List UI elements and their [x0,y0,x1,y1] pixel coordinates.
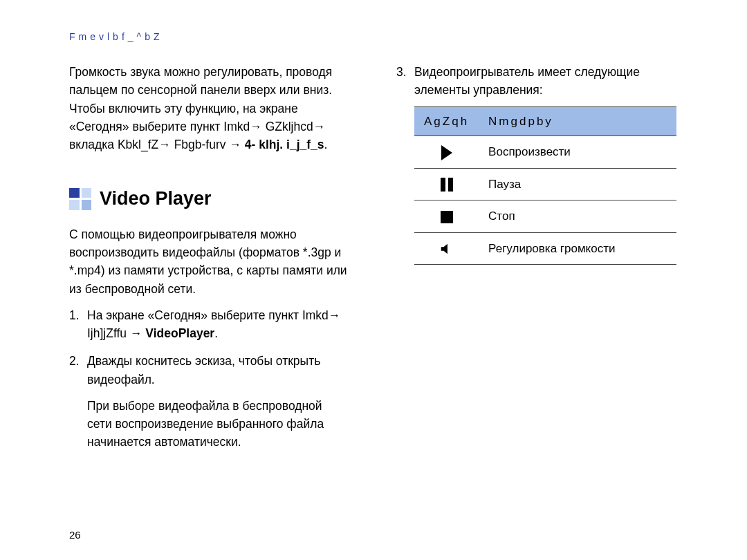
step-1: На экране «Сегодня» выберите пункт Imkd→… [69,306,349,343]
volume-tail: . [324,138,328,151]
col-header-icon: AgZqh [414,106,479,136]
icon-cell [414,168,479,200]
step-2: Дважды коснитесь эскиза, чтобы открыть в… [69,352,349,451]
table-row: Регулировка громкости [414,232,676,265]
label-cell: Стоп [479,200,676,233]
left-column: Громкость звука можно регулировать, пров… [69,63,349,461]
steps-list: На экране «Сегодня» выберите пункт Imkd→… [69,306,349,451]
volume-icon [439,241,454,256]
icon-cell [414,136,479,169]
step-3-text: Видеопроигрыватель имеет следующие элеме… [414,65,640,97]
icon-cell [414,200,479,233]
volume-bold: 4- klhj. i_j_f_s [245,138,324,151]
icon-cell [414,232,479,265]
controls-table: AgZqh Nmgdpby ВоспроизвестиПаузаСтопРегу… [414,106,676,265]
volume-paragraph: Громкость звука можно регулировать, пров… [69,63,349,153]
section-heading: Video Player [69,185,349,213]
right-column: Видеопроигрыватель имеет следующие элеме… [396,63,676,461]
col-header-func: Nmgdpby [479,106,676,136]
page-number: 26 [69,529,81,541]
section-title: Video Player [100,185,212,213]
two-column-layout: Громкость звука можно регулировать, пров… [69,63,685,461]
step-3: Видеопроигрыватель имеет следующие элеме… [396,63,676,265]
running-head: Fmevlbf_^bZ [69,31,685,42]
video-player-intro: С помощью видеопроигрывателя можно воспр… [69,225,349,298]
table-row: Воспроизвести [414,136,676,169]
table-row: Стоп [414,200,676,233]
step-1-post: . [214,326,218,340]
stop-icon [441,211,453,223]
video-player-section: Video Player С помощью видеопроигрывател… [69,185,349,451]
table-row: Пауза [414,168,676,200]
step-2-note: При выборе видеофайла в беспроводной сет… [87,397,349,451]
steps-list-cont: Видеопроигрыватель имеет следующие элеме… [396,63,676,265]
tiles-icon [69,188,91,210]
label-cell: Пауза [479,168,676,200]
step-2-text: Дважды коснитесь эскиза, чтобы открыть в… [87,354,320,386]
pause-icon [441,178,453,192]
play-icon [441,145,452,160]
label-cell: Регулировка громкости [479,232,676,265]
label-cell: Воспроизвести [479,136,676,169]
page: Fmevlbf_^bZ Громкость звука можно регули… [0,0,747,560]
step-1-bold: VideoPlayer [145,326,214,340]
